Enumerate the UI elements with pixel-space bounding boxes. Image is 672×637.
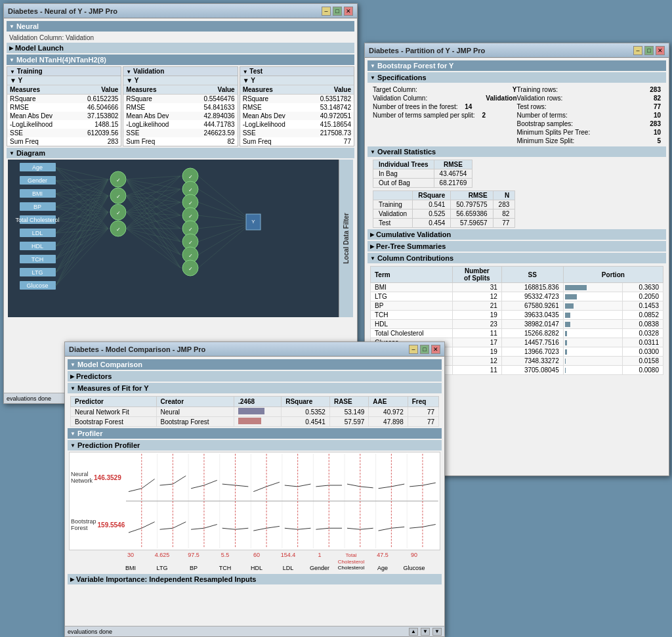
bootstrap-overall-header[interactable]: ▼ Overall Statistics <box>368 146 666 157</box>
bootstrap-titlebar: Diabetes - Partition of Y - JMP Pro – □ … <box>365 43 669 58</box>
bootstrap-inbag-row: In Bag 43.46754 <box>373 169 472 179</box>
bootstrap-target-row: Target Column: Y <box>373 85 517 94</box>
profiler-bootstrap-label: BootstrapForest 159.5546 <box>71 518 125 531</box>
neural-diagram-area: Age Gender BMI BP Total Cholesterol LDL … <box>8 160 353 317</box>
neural-train-rmse: RMSE46.504666 <box>7 103 121 112</box>
neural-validation-col: Validation Column: Validation <box>7 33 354 43</box>
model-comparison-measures-header[interactable]: ▼ Measures of Fit for Y <box>68 383 442 393</box>
neural-test-header[interactable]: ▼ Test <box>240 67 354 76</box>
neural-training-y: ▼ Y <box>7 76 121 85</box>
model-comparison-status-right: ▲ ▼ ▼ <box>409 628 442 636</box>
model-comparison-pred-profiler-header[interactable]: ▼ Prediction Profiler <box>68 440 442 450</box>
contrib-bar-fill-2 <box>565 303 574 309</box>
comp-bootstrap-predictor: Bootstrap Forest <box>71 417 157 427</box>
profiler-bp-name: BP <box>178 565 209 571</box>
neural-diagram-header[interactable]: ▼ Diagram <box>7 148 354 158</box>
bootstrap-main-header[interactable]: ▼ Bootstrap Forest for Y <box>368 60 666 71</box>
comp-rsquare-header: RSquare <box>282 397 330 407</box>
comp-bootstrap-freq: 77 <box>408 417 438 427</box>
contrib-splits-1: 12 <box>452 292 501 301</box>
neural-close-btn[interactable]: ✕ <box>344 7 353 16</box>
bootstrap-minimize-btn[interactable]: – <box>633 46 642 55</box>
neural-test-sumfreq: Sum Freq77 <box>240 137 354 146</box>
svg-text:✓: ✓ <box>188 200 193 206</box>
bootstrap-outofbag-row: Out of Bag 68.21769 <box>373 179 472 188</box>
model-comparison-main-header[interactable]: ▼ Model Comparison <box>68 359 442 370</box>
model-comparison-minimize-btn[interactable]: – <box>409 345 418 354</box>
output-node-label: Y <box>251 219 255 225</box>
comp-aae-header: AAE <box>369 397 408 407</box>
model-comparison-status-bar: evaluations done ▲ ▼ ▼ <box>65 626 444 636</box>
comp-bootstrap-bar <box>234 417 281 427</box>
bootstrap-outofbag-value: 68.21769 <box>434 179 472 188</box>
contrib-bar-8 <box>563 357 622 366</box>
bootstrap-specs-header[interactable]: ▼ Specifications <box>368 72 666 83</box>
model-comparison-title: Diabetes - Model Comparison - JMP Pro <box>69 345 205 353</box>
model-comparison-scroll-menu[interactable]: ▼ <box>432 628 442 636</box>
bootstrap-minsizesplit-row: Minimum Size Split: 5 <box>517 137 662 145</box>
bootstrap-main-label: Bootstrap Forest for Y <box>377 62 454 70</box>
bootstrap-pertree-header[interactable]: ▶ Per-Tree Summaries <box>368 241 666 252</box>
neural-test-mad: Mean Abs Dev40.972051 <box>240 112 354 120</box>
profiler-gender-name: Gender <box>304 565 335 571</box>
bootstrap-window-controls: – □ ✕ <box>633 46 665 55</box>
neural-training-header[interactable]: ▼ Training <box>7 67 121 76</box>
comp-creator-header: Creator <box>156 397 234 407</box>
profiler-hdl-name: HDL <box>241 565 272 571</box>
svg-rect-0 <box>16 160 345 317</box>
var-importance-header[interactable]: ▶ Variable Importance: Independent Resam… <box>68 574 442 584</box>
svg-text:HDL: HDL <box>32 243 43 250</box>
bootstrap-test-stat-row: Test 0.454 57.59657 77 <box>373 219 515 228</box>
model-comparison-profiler-header[interactable]: ▼ Profiler <box>68 428 442 439</box>
comp-bootstrap-rsquare: 0.4541 <box>282 417 330 427</box>
contrib-bar-fill-8 <box>565 359 566 364</box>
model-comparison-maximize-btn[interactable]: □ <box>420 345 429 354</box>
bootstrap-rsquare-table: RSquare RMSE N Training 0.541 50.797575 … <box>373 190 515 228</box>
var-importance-section: ▶ Variable Importance: Independent Resam… <box>68 574 442 586</box>
neural-test-rmse: RMSE53.148742 <box>240 103 354 112</box>
comp-neural-creator: Neural <box>156 407 234 417</box>
svg-text:LDL: LDL <box>32 230 43 236</box>
contrib-bar-fill-3 <box>565 313 570 318</box>
neural-minimize-btn[interactable]: – <box>322 7 331 16</box>
contrib-splits-3: 19 <box>452 311 501 320</box>
contrib-bar-0 <box>563 283 622 292</box>
neural-model-label: Model NTanH(4)NTanH2(8) <box>16 56 106 64</box>
model-comparison-profiler-label: Profiler <box>77 429 103 437</box>
profiler-glucose-name: Glucose <box>398 565 430 571</box>
contrib-term-1: LTG <box>371 292 453 301</box>
var-importance-sub: Independent Resampled Inputs <box>149 575 256 583</box>
contrib-bar-fill-9 <box>565 368 566 373</box>
neural-model-launch-header[interactable]: ▶ Model Launch <box>7 43 354 53</box>
bootstrap-maximize-btn[interactable]: □ <box>644 46 654 55</box>
bootstrap-specs-label: Specifications <box>377 74 427 81</box>
contrib-ss-2: 67580.9261 <box>501 301 563 311</box>
bootstrap-colcontrib-label: Column Contributions <box>377 254 453 262</box>
svg-text:✓: ✓ <box>188 213 193 219</box>
bootstrap-training-stat-row: Training 0.541 50.797575 283 <box>373 200 515 209</box>
neural-maximize-btn[interactable]: □ <box>333 7 342 16</box>
model-comparison-predictors-header[interactable]: ▶ Predictors <box>68 371 442 382</box>
model-comparison-scroll-down[interactable]: ▼ <box>421 628 430 636</box>
neural-training-group: ▼ Training ▼ Y MeasuresValue RSquare0.61… <box>7 66 121 146</box>
contrib-bar-fill-1 <box>565 294 577 299</box>
bootstrap-numterms-row: Number of terms: 10 <box>517 111 662 120</box>
neural-model-header[interactable]: ▼ Model NTanH(4)NTanH2(8) <box>7 55 354 65</box>
neural-main-header[interactable]: ▼ Neural <box>7 21 354 32</box>
svg-text:Gender: Gender <box>28 177 47 184</box>
contrib-row-5: Total Cholesterol 11 15266.8282 0.0328 <box>371 329 663 338</box>
profiler-age-val: 47.5 <box>367 552 398 565</box>
neural-sidebar-label: Local Data Filter <box>343 213 350 264</box>
comp-neural-predictor: Neural Network Fit <box>71 407 157 417</box>
neural-test-rsquare: RSquare0.5351782 <box>240 95 354 103</box>
model-comparison-scroll-up[interactable]: ▲ <box>409 628 418 636</box>
bootstrap-close-btn[interactable]: ✕ <box>656 46 665 55</box>
contrib-portion-0: 0.3630 <box>622 283 663 292</box>
comp-neural-row: Neural Network Fit Neural 0.5352 53.149 … <box>71 407 439 417</box>
neural-validation-header[interactable]: ▼ Validation <box>123 67 237 76</box>
profiler-neural-label: NeuralNetwork 146.3529 <box>71 471 125 484</box>
bootstrap-cumval-header[interactable]: ▶ Cumulative Validation <box>368 229 666 240</box>
bootstrap-colcontrib-header[interactable]: ▼ Column Contributions <box>368 253 666 263</box>
model-comparison-close-btn[interactable]: ✕ <box>431 345 440 354</box>
contrib-ss-9: 3705.08045 <box>501 366 563 375</box>
